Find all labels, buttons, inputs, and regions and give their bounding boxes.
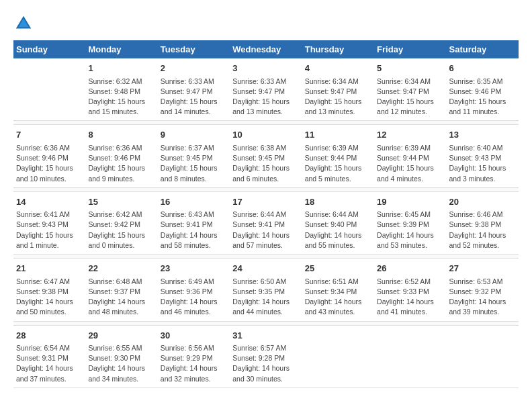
day-cell: 22Sunrise: 6:48 AM Sunset: 9:37 PM Dayli… bbox=[85, 259, 157, 321]
day-number: 18 bbox=[305, 195, 371, 209]
day-number: 2 bbox=[161, 62, 227, 75]
day-cell: 25Sunrise: 6:51 AM Sunset: 9:34 PM Dayli… bbox=[302, 259, 374, 321]
day-info: Sunrise: 6:57 AM Sunset: 9:28 PM Dayligh… bbox=[232, 343, 299, 384]
day-number: 14 bbox=[16, 195, 83, 209]
day-number: 9 bbox=[161, 128, 227, 142]
day-info: Sunrise: 6:47 AM Sunset: 9:38 PM Dayligh… bbox=[16, 277, 83, 318]
day-info: Sunrise: 6:39 AM Sunset: 9:44 PM Dayligh… bbox=[377, 143, 443, 184]
day-info: Sunrise: 6:44 AM Sunset: 9:41 PM Dayligh… bbox=[232, 210, 299, 250]
day-info: Sunrise: 6:48 AM Sunset: 9:37 PM Dayligh… bbox=[88, 277, 154, 318]
day-cell: 26Sunrise: 6:52 AM Sunset: 9:33 PM Dayli… bbox=[374, 259, 446, 321]
calendar-table: SundayMondayTuesdayWednesdayThursdayFrid… bbox=[13, 40, 519, 388]
day-info: Sunrise: 6:34 AM Sunset: 9:47 PM Dayligh… bbox=[305, 77, 371, 118]
day-number: 1 bbox=[88, 62, 154, 75]
day-cell: 18Sunrise: 6:44 AM Sunset: 9:40 PM Dayli… bbox=[302, 191, 374, 254]
day-cell: 31Sunrise: 6:57 AM Sunset: 9:28 PM Dayli… bbox=[230, 325, 302, 387]
day-cell: 10Sunrise: 6:38 AM Sunset: 9:45 PM Dayli… bbox=[230, 125, 302, 187]
day-info: Sunrise: 6:52 AM Sunset: 9:33 PM Dayligh… bbox=[377, 277, 443, 318]
day-number: 25 bbox=[305, 262, 371, 275]
day-number: 16 bbox=[161, 195, 227, 209]
day-cell: 1Sunrise: 6:32 AM Sunset: 9:48 PM Daylig… bbox=[85, 58, 157, 121]
day-info: Sunrise: 6:53 AM Sunset: 9:32 PM Dayligh… bbox=[449, 277, 516, 318]
logo-icon bbox=[13, 13, 34, 34]
day-info: Sunrise: 6:44 AM Sunset: 9:40 PM Dayligh… bbox=[305, 210, 371, 250]
day-number: 12 bbox=[377, 128, 443, 142]
day-info: Sunrise: 6:40 AM Sunset: 9:43 PM Dayligh… bbox=[449, 143, 516, 184]
day-info: Sunrise: 6:36 AM Sunset: 9:46 PM Dayligh… bbox=[88, 143, 154, 184]
day-info: Sunrise: 6:32 AM Sunset: 9:48 PM Dayligh… bbox=[88, 77, 154, 118]
day-info: Sunrise: 6:50 AM Sunset: 9:35 PM Dayligh… bbox=[232, 277, 299, 318]
day-cell: 24Sunrise: 6:50 AM Sunset: 9:35 PM Dayli… bbox=[230, 259, 302, 321]
day-cell: 20Sunrise: 6:46 AM Sunset: 9:38 PM Dayli… bbox=[447, 191, 519, 254]
week-row-2: 7Sunrise: 6:36 AM Sunset: 9:46 PM Daylig… bbox=[13, 125, 519, 187]
day-number: 29 bbox=[88, 329, 154, 342]
day-number: 13 bbox=[449, 128, 516, 142]
day-info: Sunrise: 6:43 AM Sunset: 9:41 PM Dayligh… bbox=[161, 210, 227, 250]
day-info: Sunrise: 6:55 AM Sunset: 9:30 PM Dayligh… bbox=[88, 343, 154, 384]
day-info: Sunrise: 6:33 AM Sunset: 9:47 PM Dayligh… bbox=[161, 77, 227, 118]
day-number: 7 bbox=[16, 128, 83, 142]
day-number: 28 bbox=[16, 329, 83, 342]
column-header-thursday: Thursday bbox=[302, 40, 374, 58]
day-number: 10 bbox=[232, 128, 299, 142]
day-cell bbox=[302, 325, 374, 387]
day-number: 30 bbox=[161, 329, 227, 342]
column-header-tuesday: Tuesday bbox=[158, 40, 230, 58]
day-cell: 17Sunrise: 6:44 AM Sunset: 9:41 PM Dayli… bbox=[230, 191, 302, 254]
column-header-monday: Monday bbox=[85, 40, 157, 58]
day-info: Sunrise: 6:46 AM Sunset: 9:38 PM Dayligh… bbox=[449, 210, 516, 250]
day-cell: 14Sunrise: 6:41 AM Sunset: 9:43 PM Dayli… bbox=[13, 191, 85, 254]
logo bbox=[13, 13, 36, 34]
day-info: Sunrise: 6:38 AM Sunset: 9:45 PM Dayligh… bbox=[232, 143, 299, 184]
day-number: 19 bbox=[377, 195, 443, 209]
day-info: Sunrise: 6:56 AM Sunset: 9:29 PM Dayligh… bbox=[161, 343, 227, 384]
day-cell: 27Sunrise: 6:53 AM Sunset: 9:32 PM Dayli… bbox=[447, 259, 519, 321]
day-number: 20 bbox=[449, 195, 516, 209]
day-number: 22 bbox=[88, 262, 154, 275]
day-number: 8 bbox=[88, 128, 154, 142]
day-number: 27 bbox=[449, 262, 516, 275]
day-cell: 30Sunrise: 6:56 AM Sunset: 9:29 PM Dayli… bbox=[158, 325, 230, 387]
day-number: 15 bbox=[88, 195, 154, 209]
day-number: 17 bbox=[232, 195, 299, 209]
day-info: Sunrise: 6:33 AM Sunset: 9:47 PM Dayligh… bbox=[232, 77, 299, 118]
column-header-wednesday: Wednesday bbox=[230, 40, 302, 58]
day-cell: 7Sunrise: 6:36 AM Sunset: 9:46 PM Daylig… bbox=[13, 125, 85, 187]
week-row-5: 28Sunrise: 6:54 AM Sunset: 9:31 PM Dayli… bbox=[13, 325, 519, 387]
day-info: Sunrise: 6:35 AM Sunset: 9:46 PM Dayligh… bbox=[449, 77, 516, 118]
day-cell: 6Sunrise: 6:35 AM Sunset: 9:46 PM Daylig… bbox=[447, 58, 519, 121]
page-header bbox=[13, 13, 519, 34]
day-number: 31 bbox=[232, 329, 299, 342]
calendar-header-row: SundayMondayTuesdayWednesdayThursdayFrid… bbox=[13, 40, 519, 58]
day-cell: 5Sunrise: 6:34 AM Sunset: 9:47 PM Daylig… bbox=[374, 58, 446, 121]
day-info: Sunrise: 6:39 AM Sunset: 9:44 PM Dayligh… bbox=[305, 143, 371, 184]
day-number: 4 bbox=[305, 62, 371, 75]
day-info: Sunrise: 6:37 AM Sunset: 9:45 PM Dayligh… bbox=[161, 143, 227, 184]
day-cell: 11Sunrise: 6:39 AM Sunset: 9:44 PM Dayli… bbox=[302, 125, 374, 187]
day-cell: 19Sunrise: 6:45 AM Sunset: 9:39 PM Dayli… bbox=[374, 191, 446, 254]
day-cell: 8Sunrise: 6:36 AM Sunset: 9:46 PM Daylig… bbox=[85, 125, 157, 187]
day-cell: 9Sunrise: 6:37 AM Sunset: 9:45 PM Daylig… bbox=[158, 125, 230, 187]
day-number: 5 bbox=[377, 62, 443, 75]
week-row-4: 21Sunrise: 6:47 AM Sunset: 9:38 PM Dayli… bbox=[13, 259, 519, 321]
day-info: Sunrise: 6:36 AM Sunset: 9:46 PM Dayligh… bbox=[16, 143, 83, 184]
day-number: 26 bbox=[377, 262, 443, 275]
day-info: Sunrise: 6:41 AM Sunset: 9:43 PM Dayligh… bbox=[16, 210, 83, 250]
day-number: 3 bbox=[232, 62, 299, 75]
day-number: 11 bbox=[305, 128, 371, 142]
day-cell: 28Sunrise: 6:54 AM Sunset: 9:31 PM Dayli… bbox=[13, 325, 85, 387]
column-header-friday: Friday bbox=[374, 40, 446, 58]
day-cell: 29Sunrise: 6:55 AM Sunset: 9:30 PM Dayli… bbox=[85, 325, 157, 387]
day-info: Sunrise: 6:45 AM Sunset: 9:39 PM Dayligh… bbox=[377, 210, 443, 250]
day-cell bbox=[374, 325, 446, 387]
day-cell: 16Sunrise: 6:43 AM Sunset: 9:41 PM Dayli… bbox=[158, 191, 230, 254]
day-cell bbox=[447, 325, 519, 387]
day-cell: 4Sunrise: 6:34 AM Sunset: 9:47 PM Daylig… bbox=[302, 58, 374, 121]
day-number: 21 bbox=[16, 262, 83, 275]
column-header-saturday: Saturday bbox=[447, 40, 519, 58]
day-number: 23 bbox=[161, 262, 227, 275]
day-number: 24 bbox=[232, 262, 299, 275]
column-header-sunday: Sunday bbox=[13, 40, 85, 58]
day-info: Sunrise: 6:42 AM Sunset: 9:42 PM Dayligh… bbox=[88, 210, 154, 250]
day-cell: 13Sunrise: 6:40 AM Sunset: 9:43 PM Dayli… bbox=[447, 125, 519, 187]
